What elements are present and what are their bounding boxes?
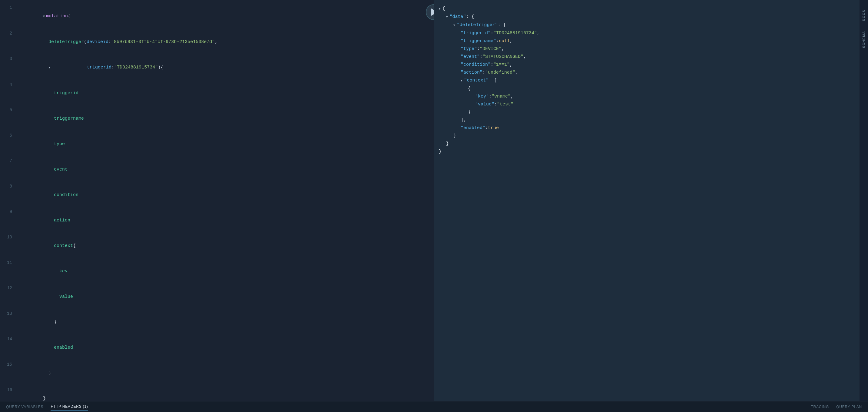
code-lines: 1 ▼mutation{ 2 deleteTrigger(deviceid:"8…: [0, 4, 434, 401]
json-line-event: "event": "STATUSCHANGED",: [434, 53, 860, 61]
json-line-context: ▼ "context": [: [434, 77, 860, 85]
line-num-15: 15: [2, 362, 12, 367]
line-num-7: 7: [2, 158, 12, 163]
code-line-14: 14 enabled: [0, 335, 434, 360]
line-content-12: value: [16, 284, 431, 310]
main-container: 1 ▼mutation{ 2 deleteTrigger(deviceid:"8…: [0, 0, 868, 401]
json-line-data-close: }: [434, 140, 860, 148]
line-num-9: 9: [2, 209, 12, 214]
line-content-8: condition: [16, 182, 431, 208]
line-num-16: 16: [2, 387, 12, 392]
line-num-3: 3: [2, 56, 12, 61]
code-line-16: 16 }: [0, 386, 434, 401]
json-line-key: "key": "vname",: [434, 93, 860, 100]
tracing-tab[interactable]: TRACING: [811, 404, 829, 410]
collapse-icon-root[interactable]: ▼: [439, 5, 440, 13]
line-content-4: triggerid: [16, 81, 431, 106]
line-content-13: }: [16, 310, 431, 335]
json-line-value: "value": "test": [434, 100, 860, 109]
json-line-enabled: "enabled": true: [434, 124, 860, 132]
code-line-5: 5 triggername: [0, 106, 434, 131]
code-line-6: 6 type: [0, 131, 434, 157]
code-line-11: 11 key: [0, 259, 434, 284]
line-num-6: 6: [2, 133, 12, 138]
line-content-9: action: [16, 208, 431, 233]
line-content-2: deleteTrigger(deviceid:"8b97b931-3ffb-4f…: [16, 29, 431, 55]
line-num-2: 2: [2, 31, 12, 36]
code-line-10: 10 context{: [0, 233, 434, 259]
docs-tab[interactable]: DOCS: [860, 6, 867, 25]
line-num-12: 12: [2, 286, 12, 291]
line-content-6: type: [16, 131, 431, 157]
line-content-3: ▼ triggerid:"TD024881915734"){: [16, 55, 431, 81]
line-num-13: 13: [2, 311, 12, 316]
code-line-9: 9 action: [0, 208, 434, 233]
collapse-icon-context[interactable]: ▼: [461, 77, 462, 85]
code-line-3: 3 ▼ triggerid:"TD024881915734"){: [0, 55, 434, 81]
line-num-11: 11: [2, 260, 12, 265]
collapse-icon-data[interactable]: ▼: [446, 13, 447, 21]
json-line-action: "action": "undefined",: [434, 69, 860, 77]
json-line-context-close: ],: [434, 116, 860, 124]
line-num-14: 14: [2, 336, 12, 342]
line-num-10: 10: [2, 235, 12, 240]
line-num-8: 8: [2, 184, 12, 189]
code-line-15: 15 }: [0, 360, 434, 386]
code-line-2: 2 deleteTrigger(deviceid:"8b97b931-3ffb-…: [0, 29, 434, 55]
query-editor: 1 ▼mutation{ 2 deleteTrigger(deviceid:"8…: [0, 0, 434, 401]
line-content-14: enabled: [16, 335, 431, 360]
json-line-condition: "condition": "1==1",: [434, 61, 860, 69]
line-num-5: 5: [2, 108, 12, 112]
http-headers-tab[interactable]: HTTP HEADERS (1): [51, 403, 88, 411]
json-line-context-obj-close: }: [434, 109, 860, 116]
code-line-7: 7 event: [0, 157, 434, 182]
code-line-13: 13 }: [0, 310, 434, 335]
line-content-16: }: [16, 386, 431, 401]
line-content-5: triggername: [16, 106, 431, 131]
json-line-triggername: "triggername": null,: [434, 37, 860, 45]
response-panel: ▼ { ▼ "data": { ▼ "deleteTrigger": { "tr…: [434, 0, 860, 401]
json-line-brace-open: ▼ {: [434, 5, 860, 13]
line-content-1: ▼mutation{: [16, 4, 431, 29]
collapse-icon-deleteTrigger[interactable]: ▼: [454, 22, 455, 29]
query-variables-tab[interactable]: QUERY VARIABLES: [6, 404, 43, 410]
json-line-root-close: }: [434, 148, 860, 156]
code-line-8: 8 condition: [0, 182, 434, 208]
line-content-10: context{: [16, 233, 431, 259]
json-line-triggerid: "triggerid": "TD024881915734",: [434, 29, 860, 37]
collapse-triangle-3[interactable]: ▼: [49, 66, 50, 69]
code-line-4: 4 triggerid: [0, 81, 434, 106]
side-tabs: DOCS SCHEMA: [860, 0, 868, 401]
line-content-11: key: [16, 259, 431, 284]
code-line-1: 1 ▼mutation{: [0, 4, 434, 29]
json-line-context-obj-open: {: [434, 85, 860, 93]
json-line-data: ▼ "data": {: [434, 13, 860, 21]
schema-tab[interactable]: SCHEMA: [860, 27, 867, 52]
bottom-right-tabs: TRACING QUERY PLAN: [811, 404, 862, 410]
response-content: ▼ { ▼ "data": { ▼ "deleteTrigger": { "tr…: [434, 4, 860, 157]
json-line-type: "type": "DEVICE",: [434, 45, 860, 53]
line-num-4: 4: [2, 82, 12, 87]
code-line-12: 12 value: [0, 284, 434, 310]
line-content-7: event: [16, 157, 431, 182]
bottom-left-tabs: QUERY VARIABLES HTTP HEADERS (1): [6, 403, 88, 411]
bottom-bar: QUERY VARIABLES HTTP HEADERS (1) TRACING…: [0, 401, 868, 412]
json-line-deleteTrigger: ▼ "deleteTrigger": {: [434, 21, 860, 29]
json-line-deleteTrigger-close: }: [434, 132, 860, 140]
collapse-triangle-1[interactable]: ▼: [43, 15, 45, 18]
line-content-15: }: [16, 360, 431, 386]
line-num-1: 1: [2, 5, 12, 10]
query-plan-tab[interactable]: QUERY PLAN: [836, 404, 862, 410]
